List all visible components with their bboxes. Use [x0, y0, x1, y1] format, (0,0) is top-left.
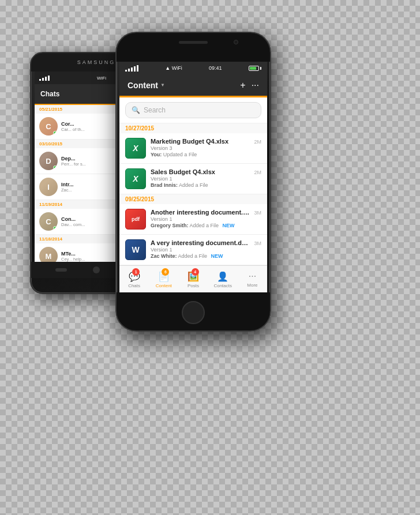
avatar: D	[39, 152, 58, 170]
action-text: Updated a File	[163, 152, 197, 157]
iphone: ▲ WiFi 09:41 Content ▼ + ··· 🔍	[115, 32, 271, 332]
file-version: Version 3	[151, 145, 261, 151]
iphone-speaker	[179, 41, 208, 44]
search-input[interactable]: Search	[144, 106, 166, 114]
iphone-home-button[interactable]	[182, 301, 205, 324]
content-title: Content ▼	[127, 81, 165, 90]
search-icon: 🔍	[132, 106, 140, 114]
more-nav-icon: ···	[249, 271, 256, 281]
samsung-back-btn[interactable]	[55, 268, 67, 272]
avatar: M	[39, 247, 58, 262]
nav-posts-label: Posts	[187, 283, 199, 288]
file-item[interactable]: pdf Another interesting document.p... 3M…	[119, 204, 267, 235]
file-version: Version 1	[151, 247, 261, 253]
iphone-battery-icon	[249, 66, 261, 71]
nav-content-label: Content	[156, 283, 172, 288]
new-badge: NEW	[223, 223, 235, 228]
nav-item-content[interactable]: 📄 Content 6	[149, 266, 178, 292]
action-user: Gregory Smith:	[151, 223, 189, 228]
nav-contacts-label: Contacts	[213, 283, 232, 288]
iphone-bottom-nav: 💬 Chats 1 📄 Content 6 🖼️ Posts 4 👤 Conta…	[119, 265, 267, 292]
new-badge: NEW	[211, 253, 223, 259]
samsung-brand-label: SAMSUNG	[77, 59, 116, 65]
avatar: C	[39, 212, 58, 231]
excel-file-icon: X	[125, 138, 146, 159]
nav-more-label: More	[247, 283, 257, 288]
nav-item-contacts[interactable]: 👤 Contacts	[208, 266, 238, 292]
file-action: You: Updated a File	[151, 152, 261, 157]
samsung-home-btn[interactable]	[93, 266, 100, 273]
file-item[interactable]: X Sales Budget Q4.xlsx 2M Version 1 Brad…	[119, 164, 267, 194]
dropdown-arrow-icon: ▼	[160, 82, 165, 88]
samsung-signal-icon	[39, 76, 50, 81]
file-name: Another interesting document.p...	[151, 209, 252, 216]
online-indicator	[53, 131, 57, 135]
contacts-nav-icon: 👤	[217, 271, 228, 282]
posts-badge: 4	[192, 268, 199, 276]
file-name: Sales Budget Q4.xlsx	[151, 168, 252, 175]
search-bar-container: 🔍 Search	[119, 97, 267, 123]
file-name: Marketing Budget Q4.xlsx	[151, 138, 252, 145]
action-user: Zac White:	[151, 253, 177, 259]
date-section-1: 10/27/2015	[119, 123, 267, 133]
file-version: Version 1	[151, 216, 261, 222]
iphone-status-bar: ▲ WiFi 09:41	[119, 62, 267, 74]
word-file-icon: W	[125, 239, 146, 260]
file-action: Brad Innis: Added a File	[151, 182, 261, 188]
file-item[interactable]: W A very interesting document.docx 3M Ve…	[119, 235, 267, 265]
iphone-screen: ▲ WiFi 09:41 Content ▼ + ··· 🔍	[119, 62, 267, 292]
iphone-bottom	[117, 292, 270, 332]
file-name: A very interesting document.docx	[151, 239, 252, 246]
content-header-actions: + ···	[240, 80, 259, 91]
action-text: Added a File	[178, 253, 208, 259]
action-user: You:	[151, 152, 162, 157]
content-header: Content ▼ + ···	[119, 74, 267, 97]
content-title-text: Content	[127, 81, 158, 90]
iphone-time: 09:41	[209, 65, 222, 71]
iphone-camera	[234, 40, 238, 44]
file-item[interactable]: X Marketing Budget Q4.xlsx 2M Version 3 …	[119, 133, 267, 164]
file-size: 2M	[254, 139, 261, 145]
file-info: A very interesting document.docx 3M Vers…	[151, 239, 261, 259]
file-info: Sales Budget Q4.xlsx 2M Version 1 Brad I…	[151, 168, 261, 188]
add-content-button[interactable]: +	[240, 80, 245, 91]
avatar: I	[39, 178, 58, 196]
nav-item-posts[interactable]: 🖼️ Posts 4	[178, 266, 208, 292]
search-bar[interactable]: 🔍 Search	[125, 102, 261, 118]
iphone-wifi-icon: ▲ WiFi	[165, 65, 182, 71]
file-size: 3M	[254, 210, 261, 216]
file-size: 2M	[254, 170, 261, 175]
online-indicator	[53, 166, 57, 170]
date-section-2: 09/25/2015	[119, 194, 267, 204]
online-indicator	[53, 226, 57, 230]
file-size: 3M	[254, 240, 261, 246]
file-info: Another interesting document.p... 3M Ver…	[151, 209, 261, 228]
samsung-wifi-icon: WiFi	[97, 76, 106, 81]
iphone-signal-icon	[125, 65, 138, 72]
action-user: Brad Innis:	[151, 182, 178, 188]
samsung-chat-title: Chats	[40, 90, 59, 98]
iphone-top	[117, 33, 270, 62]
file-info: Marketing Budget Q4.xlsx 2M Version 3 Yo…	[151, 138, 261, 157]
action-text: Added a File	[179, 182, 208, 188]
nav-chats-label: Chats	[128, 283, 140, 288]
excel-file-icon: X	[125, 168, 146, 189]
nav-item-more[interactable]: ··· More	[238, 266, 267, 292]
pdf-file-icon: pdf	[125, 209, 146, 230]
file-action: Gregory Smith: Added a File NEW	[151, 223, 261, 228]
nav-item-chats[interactable]: 💬 Chats 1	[119, 266, 149, 292]
file-action: Zac White: Added a File NEW	[151, 253, 261, 259]
action-text: Added a File	[190, 223, 219, 228]
file-version: Version 1	[151, 176, 261, 182]
avatar: C	[39, 117, 58, 136]
more-options-button[interactable]: ···	[252, 80, 259, 91]
